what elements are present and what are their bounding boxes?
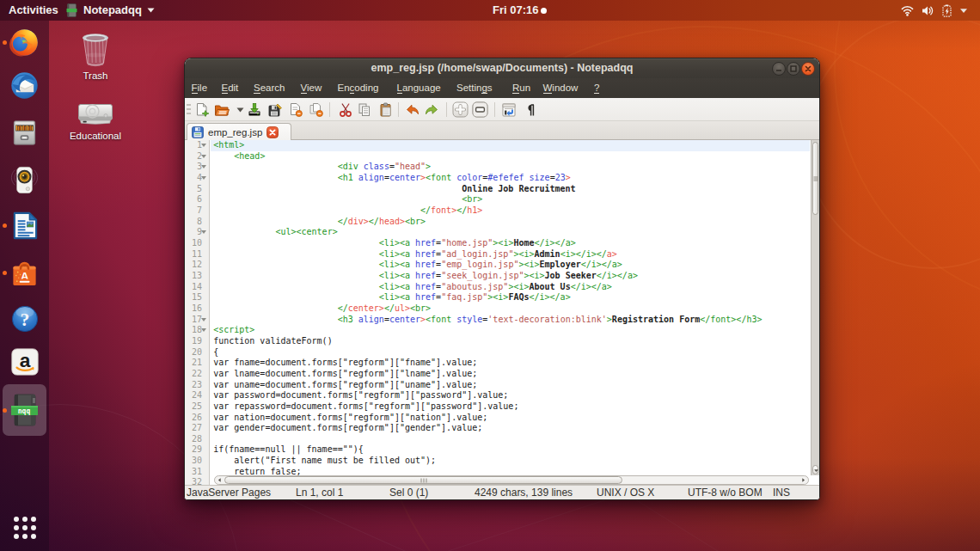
toolbar-redo-button[interactable] bbox=[423, 101, 439, 118]
desktop-icon-label: Trash bbox=[64, 70, 126, 81]
desktop-icon-label: Educational bbox=[64, 131, 126, 141]
toolbar-close-doc-button[interactable] bbox=[287, 101, 303, 118]
dock-item-help[interactable]: ? bbox=[0, 298, 49, 340]
code-area: <html> <head> <div class="head"> <h1 ali… bbox=[213, 140, 810, 486]
scroll-down-button[interactable] bbox=[812, 465, 818, 474]
line-number: 3 bbox=[185, 162, 202, 173]
maximize-button[interactable] bbox=[787, 62, 800, 76]
menu-language[interactable]: Language bbox=[397, 78, 441, 98]
code-line-17: <h3 align=center><font style='text-decor… bbox=[213, 315, 762, 326]
clock-button[interactable]: Fri 07:16 bbox=[493, 0, 547, 21]
scroll-left-button[interactable] bbox=[215, 476, 224, 484]
code-line-11: <li><a href="ad_login.jsp"><i>Admin<i></… bbox=[213, 249, 617, 260]
line-number: 15 bbox=[185, 292, 202, 303]
show-applications-button[interactable] bbox=[0, 509, 49, 547]
line-number: 1 bbox=[185, 140, 202, 151]
undo-icon bbox=[405, 102, 420, 118]
menu-view[interactable]: View bbox=[301, 78, 322, 98]
fold-arrow-icon[interactable] bbox=[201, 176, 206, 180]
close-button[interactable] bbox=[801, 62, 815, 76]
dock-item-notepadqq[interactable]: nqq bbox=[0, 389, 49, 431]
menu-settings[interactable]: Settings bbox=[456, 78, 493, 98]
toolbar-undo-button[interactable] bbox=[404, 101, 420, 118]
line-number: 24 bbox=[185, 390, 202, 401]
menu-search[interactable]: Search bbox=[254, 78, 285, 98]
toolbar-paste-button[interactable] bbox=[377, 101, 394, 118]
scroll-right-button[interactable] bbox=[799, 476, 808, 484]
toolbar-save-all-button[interactable] bbox=[266, 101, 283, 118]
app-menu-button[interactable]: Notepadqq bbox=[65, 0, 155, 21]
fold-arrow-icon[interactable] bbox=[201, 155, 206, 158]
toolbar-save-button[interactable] bbox=[246, 101, 262, 118]
toolbar-pilcrow-button[interactable] bbox=[521, 101, 537, 118]
code-line-30: alert("First name must be filled out"); bbox=[213, 456, 436, 467]
code-line-20: { bbox=[213, 347, 218, 358]
line-number: 25 bbox=[185, 401, 202, 413]
system-indicators[interactable] bbox=[901, 0, 968, 21]
toolbar-separator bbox=[398, 102, 399, 117]
fold-arrow-icon[interactable] bbox=[201, 328, 206, 332]
dock-item-amazon[interactable]: a bbox=[0, 341, 49, 383]
toolbar-zoom-in-button[interactable] bbox=[452, 101, 469, 118]
code-line-2: <head> bbox=[213, 151, 265, 162]
activities-button[interactable]: Activities bbox=[9, 0, 58, 21]
dock-item-files[interactable] bbox=[0, 112, 49, 153]
code-editor[interactable]: 1234567891011121314151617181920212223242… bbox=[185, 140, 819, 486]
fold-arrow-icon[interactable] bbox=[201, 165, 206, 168]
desktop-icon-trash[interactable]: Trash bbox=[64, 31, 126, 81]
running-indicator-dot bbox=[3, 40, 7, 45]
fold-arrow-icon[interactable] bbox=[201, 230, 206, 234]
cut-icon bbox=[338, 102, 353, 118]
dock-item-libreoffice-writer[interactable] bbox=[0, 205, 49, 246]
toolbar-handle[interactable] bbox=[187, 104, 191, 115]
dock-item-thunderbird[interactable] bbox=[0, 64, 49, 106]
vertical-scrollbar[interactable] bbox=[811, 140, 819, 475]
code-line-25: var repassword=document.forms["regform"]… bbox=[213, 401, 518, 413]
toolbar-wrap-button[interactable] bbox=[500, 101, 517, 118]
line-number: 30 bbox=[185, 456, 202, 467]
toolbar-copy-button[interactable] bbox=[356, 101, 372, 118]
dock-item-rhythmbox[interactable] bbox=[0, 159, 49, 200]
tab-emp-reg-jsp[interactable]: emp_reg.jsp bbox=[187, 123, 291, 140]
menu-run[interactable]: Run bbox=[512, 78, 530, 98]
toolbar-cut-button[interactable] bbox=[337, 101, 353, 118]
menu-file[interactable]: File bbox=[192, 78, 208, 98]
line-number: 26 bbox=[185, 413, 202, 424]
new-doc-icon bbox=[194, 102, 210, 118]
fold-arrow-icon[interactable] bbox=[201, 144, 206, 147]
code-line-23: var uname=document.forms["regform"]["una… bbox=[213, 380, 477, 391]
toolbar-open-button[interactable] bbox=[213, 101, 230, 118]
menu-encoding[interactable]: Encoding bbox=[338, 78, 379, 98]
code-line-8: </div></head><br> bbox=[213, 217, 426, 228]
dock-item-firefox[interactable] bbox=[0, 21, 49, 63]
menu-help[interactable]: ? bbox=[594, 78, 599, 98]
title-bar[interactable]: emp_reg.jsp (/home/swap/Documents) - Not… bbox=[185, 58, 819, 78]
toolbar-separator bbox=[446, 102, 447, 117]
toolbar-close-all-button[interactable] bbox=[308, 101, 324, 118]
code-line-13: <li><a href="seek_login.jsp"><i>Job Seek… bbox=[213, 271, 638, 282]
menu-edit[interactable]: Edit bbox=[222, 78, 239, 98]
show-apps-icon bbox=[13, 516, 37, 540]
dock: A ? a nqq bbox=[0, 21, 49, 551]
line-number: 4 bbox=[185, 173, 202, 184]
code-line-22: var lname=document.forms["regform"]["lna… bbox=[213, 369, 477, 380]
app-menu-label: Notepadqq bbox=[83, 0, 142, 21]
horizontal-scrollbar-thumb[interactable] bbox=[224, 476, 622, 484]
line-number: 27 bbox=[185, 423, 202, 434]
fold-arrow-icon[interactable] bbox=[201, 318, 206, 321]
toolbar bbox=[185, 98, 819, 121]
toolbar-new-doc-button[interactable] bbox=[193, 101, 210, 118]
code-line-6: <br> bbox=[213, 194, 482, 205]
line-number-gutter: 1234567891011121314151617181920212223242… bbox=[185, 140, 210, 486]
dock-item-ubuntu-software[interactable]: A bbox=[0, 252, 49, 293]
desktop-icon-educational[interactable]: Educational bbox=[64, 100, 126, 141]
close-all-icon bbox=[309, 102, 324, 118]
window-title: emp_reg.jsp (/home/swap/Documents) - Not… bbox=[185, 58, 819, 78]
minimize-button[interactable] bbox=[772, 62, 786, 76]
tab-close-icon[interactable] bbox=[266, 126, 279, 138]
horizontal-scrollbar[interactable] bbox=[214, 475, 809, 485]
menu-window[interactable]: Window bbox=[543, 78, 579, 98]
toolbar-zoom-out-button[interactable] bbox=[472, 101, 488, 118]
tab-label: emp_reg.jsp bbox=[208, 127, 262, 138]
vertical-scrollbar-thumb[interactable] bbox=[812, 142, 818, 215]
